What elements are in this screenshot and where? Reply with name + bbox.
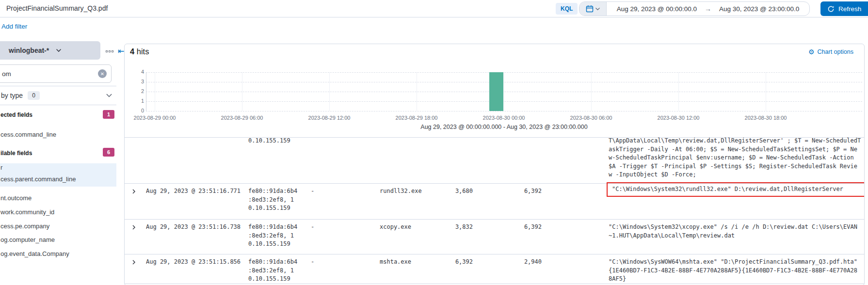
index-pattern-label: winlogbeat-* (9, 47, 49, 54)
x-axis-tick-label: 2023-08-29 00:00 (124, 115, 189, 121)
parent-process-id-cell: 2,940 (483, 258, 542, 267)
field-empty-cell: - (311, 258, 314, 267)
refresh-button[interactable]: Refresh (820, 1, 868, 16)
date-range-end[interactable]: Aug 30, 2023 @ 23:00:00.0 (719, 5, 799, 13)
timestamp-cell: Aug 29, 2023 @ 23:51:16.738 (146, 223, 248, 232)
histogram-bar[interactable] (489, 72, 503, 111)
command-line-cell-highlighted: "C:\Windows\System32\rundll32.exe" D:\re… (607, 182, 865, 197)
x-axis-tick-label: 2023-08-29 12:00 (295, 115, 363, 121)
add-filter-link[interactable]: Add filter (1, 23, 27, 30)
field-item-selected[interactable]: cess.command_line (0, 131, 56, 138)
process-name-cell: xcopy.exe (380, 223, 411, 232)
command-line-cell: "C:\Windows\System32\xcopy.exe" /s /i /e… (609, 223, 865, 240)
filter-by-type[interactable]: by type 0 (0, 86, 116, 105)
sidebar-toolbar: ⇤ (106, 48, 124, 55)
expand-document-icon[interactable] (131, 188, 137, 196)
x-gridline (766, 72, 766, 111)
y-axis-tick-label: 4 (131, 69, 144, 75)
y-axis-line (146, 72, 146, 111)
selected-fields-count-badge: 1 (103, 110, 114, 119)
field-item-highlighted[interactable]: cess.parent.command_line (0, 175, 76, 183)
available-fields-count-badge: 6 (103, 148, 114, 157)
query-bar: ProjectFinancialSummary_Q3.pdf KQL Aug 2… (0, 0, 868, 17)
refresh-label: Refresh (838, 5, 861, 13)
y-axis-tick-label: 2 (131, 88, 144, 94)
x-axis-tick-label: 2023-08-29 06:00 (208, 115, 276, 121)
chart-time-range-label: Aug 29, 2023 @ 00:00:00.000 - Aug 30, 20… (146, 124, 862, 130)
chevron-down-icon (56, 48, 62, 53)
table-row: Aug 29, 2023 @ 23:51:16.771-rundll32.exe… (125, 184, 865, 220)
field-settings-icon[interactable] (106, 50, 113, 52)
field-item[interactable]: og.computer_name (0, 236, 55, 243)
date-range: Aug 29, 2023 @ 00:00:00.0 → Aug 30, 2023… (607, 2, 809, 16)
source-ip-cell: fe80::91da:6b4 :8ed3:2ef8, 1 0.10.155.15… (248, 187, 303, 213)
field-empty-cell: - (311, 223, 314, 232)
process-id-cell: 3,832 (415, 223, 473, 232)
filter-by-type-count-badge: 0 (28, 91, 40, 100)
calendar-button[interactable] (579, 2, 607, 16)
refresh-icon (827, 5, 835, 13)
gear-icon: ⚙ (808, 48, 815, 55)
x-gridline (417, 72, 417, 111)
process-id-cell: 6,392 (415, 258, 473, 267)
x-gridline (242, 72, 242, 111)
field-item[interactable]: og.event_data.Company (0, 250, 69, 257)
field-item[interactable]: work.community_id (0, 208, 54, 216)
field-item[interactable]: cess.pe.company (0, 222, 49, 230)
command-line-cell: "C:\Windows\SysWOW64\mshta.exe" "D:\Proj… (609, 258, 865, 284)
timestamp-cell: Aug 29, 2023 @ 23:51:16.771 (146, 187, 248, 196)
x-gridline (591, 72, 592, 111)
y-axis-tick-label: 0 (131, 108, 144, 113)
y-axis-tick-label: 1 (131, 98, 144, 104)
x-gridline (504, 72, 504, 111)
app-root: ProjectFinancialSummary_Q3.pdf KQL Aug 2… (0, 0, 868, 285)
chart-options-button[interactable]: ⚙ Chart options (808, 48, 853, 55)
clear-search-icon[interactable]: ✕ (98, 69, 107, 78)
x-gridline (678, 72, 679, 111)
x-axis-tick-label: 2023-08-30 18:00 (732, 115, 800, 121)
date-range-arrow-icon: → (705, 5, 711, 13)
y-axis-tick-label: 3 (131, 79, 144, 84)
popular-heading-clipped: r (0, 164, 2, 171)
date-picker: Aug 29, 2023 @ 00:00:00.0 → Aug 30, 2023… (579, 1, 810, 16)
expand-document-icon[interactable] (131, 258, 137, 267)
table-row: 0.10.155.159T\AppData\Local\Temp\review.… (125, 138, 865, 184)
x-gridline (155, 72, 155, 111)
table-row: Aug 29, 2023 @ 23:51:15.856-mshta.exe6,3… (125, 254, 865, 284)
field-item[interactable]: nt.outcome (0, 194, 32, 202)
x-axis-tick-label: 2023-08-30 00:00 (470, 115, 538, 121)
date-range-start[interactable]: Aug 29, 2023 @ 00:00:00.0 (617, 5, 697, 13)
x-axis-tick-label: 2023-08-30 12:00 (644, 115, 712, 121)
chevron-down-icon (595, 6, 600, 12)
filter-by-type-label: by type (1, 92, 23, 99)
kql-toggle[interactable]: KQL (556, 3, 578, 15)
field-search-value: om (0, 70, 98, 78)
index-pattern-selector[interactable]: winlogbeat-* (0, 41, 100, 60)
search-query-input[interactable]: ProjectFinancialSummary_Q3.pdf (6, 4, 108, 12)
popular-field-highlight[interactable]: r cess.parent.command_line (0, 163, 116, 187)
chevron-down-icon (106, 92, 113, 99)
selected-fields-heading: ected fields (0, 111, 32, 118)
table-row: Aug 29, 2023 @ 23:51:16.738-xcopy.exe3,8… (125, 220, 865, 254)
parent-process-id-cell: 6,392 (483, 223, 542, 232)
field-empty-cell: - (311, 187, 314, 196)
process-name-cell: mshta.exe (380, 258, 411, 267)
hits-count: 4 hits (130, 47, 149, 56)
x-axis-tick-label: 2023-08-29 18:00 (383, 115, 450, 121)
process-id-cell: 3,680 (415, 187, 473, 196)
field-search-input[interactable]: om ✕ (0, 64, 112, 83)
x-axis-tick-label: 2023-08-30 06:00 (557, 115, 625, 121)
results-panel: 4 hits ⚙ Chart options 012342023-08-29 0… (124, 44, 865, 285)
available-fields-heading: ilable fields (0, 150, 32, 157)
collapse-sidebar-icon[interactable]: ⇤ (118, 48, 124, 55)
expand-document-icon[interactable] (131, 223, 137, 232)
source-ip-cell: 0.10.155.159 (248, 137, 303, 145)
source-ip-cell: fe80::91da:6b4 :8ed3:2ef8, 1 0.10.155.15… (248, 258, 303, 284)
x-gridline (329, 72, 330, 111)
calendar-icon (586, 5, 594, 13)
y-gridline (146, 111, 862, 111)
source-ip-cell: fe80::91da:6b4 :8ed3:2ef8, 1 0.10.155.15… (248, 223, 303, 249)
command-line-cell: T\AppData\Local\Temp\review.dat,DllRegis… (609, 137, 865, 179)
chart-options-label: Chart options (818, 48, 853, 55)
timestamp-cell: Aug 29, 2023 @ 23:51:15.856 (146, 258, 248, 267)
